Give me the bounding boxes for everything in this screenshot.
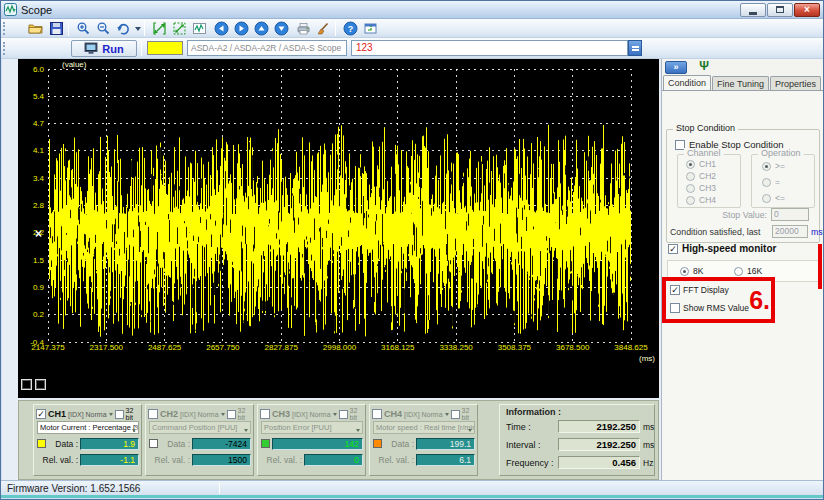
close-button[interactable]: × [794,3,820,17]
fft-display-checkbox[interactable]: ✓ [670,285,680,295]
undo-zoom-button[interactable] [113,20,133,37]
maximize-button[interactable] [767,3,793,17]
svg-text:?: ? [347,24,353,34]
y-tick-label: 4.7 [18,119,44,128]
help-icon: ? [343,21,358,36]
scroll-left-button[interactable] [211,20,231,37]
show-rms-checkbox[interactable] [670,303,680,313]
dropdown-icon [468,429,472,434]
help-button[interactable]: ? [340,20,360,37]
waveform-option-button[interactable] [189,20,209,37]
ch2-32bit-checkbox[interactable] [227,410,236,419]
interval-value: 2192.250 [558,438,640,451]
marker-1-checkbox[interactable] [21,379,32,390]
clear-button[interactable] [313,20,333,37]
ch4-mode-combo[interactable]: [IDX] Norma [404,411,443,418]
radio-ch3[interactable] [686,184,695,193]
x-tick-label: 2998.000 [313,343,367,352]
zoom-in-button[interactable] [73,20,93,37]
code-input[interactable]: 123 [351,40,628,56]
ch1-data-label: Data : [36,439,78,449]
scroll-right-button[interactable] [231,20,251,37]
scope-window: Scope × [0,0,824,500]
interval-unit: ms [643,440,654,450]
tab-fine-tuning[interactable]: Fine Tuning [712,76,769,91]
trigger-tool-button[interactable]: Ψ [696,59,712,74]
scroll-up-button[interactable] [251,20,271,37]
undo-zoom-dropdown-button[interactable] [132,20,143,37]
radio-eq[interactable] [762,178,771,187]
x-tick-label: 3508.375 [487,343,541,352]
radio-lte[interactable] [762,194,771,203]
dropdown-icon [244,429,248,434]
ch1-source-combo[interactable]: Motor Current : Percentage [% [37,421,139,434]
print-button[interactable] [293,20,313,37]
high-speed-monitor-checkbox[interactable]: ✓ [668,244,678,254]
toolbar-grip[interactable] [3,42,6,55]
printer-icon [296,21,311,36]
zoom-out-button[interactable] [93,20,113,37]
radio-ch2[interactable] [686,172,695,181]
tab-condition[interactable]: Condition [663,75,711,91]
ch3-color-swatch[interactable] [261,439,270,448]
status-separator [219,483,220,494]
run-button[interactable]: Run [71,40,137,57]
ch2-source-combo[interactable]: Command Position [PUU] [149,421,251,434]
toolbar-separator [68,21,69,36]
ch3-32bit-checkbox[interactable] [339,410,348,419]
condition-satisfied-input[interactable]: 20000 [772,225,808,238]
code-value: 123 [356,42,373,53]
export-window-button[interactable] [360,20,380,37]
x-tick-label: 3338.250 [429,343,483,352]
scroll-down-button[interactable] [271,20,291,37]
panel-expand-button[interactable]: » [665,61,687,74]
titlebar[interactable]: Scope × [1,1,823,19]
maximize-icon [776,6,784,13]
save-button[interactable] [46,20,66,37]
stop-value-input[interactable]: 0 [771,208,809,221]
ch1-mode-combo[interactable]: [IDX] Norma [68,411,107,418]
fit-vertical-button[interactable] [169,20,189,37]
information-panel: Information : Time : 2192.250 ms Interva… [499,404,655,476]
fit-horizontal-button[interactable] [149,20,169,37]
ch1-32bit-checkbox[interactable] [115,410,124,419]
radio-ch1[interactable] [686,160,695,169]
time-value: 2192.250 [558,420,640,433]
x-tick-label: 2317.500 [79,343,133,352]
dropdown-icon [132,429,136,434]
ch3-rel-label: Rel. val. : [260,455,302,465]
code-dropdown-button[interactable] [628,40,642,56]
app-icon [4,3,17,16]
ch4-enable-checkbox[interactable] [372,409,382,419]
ch3-mode-combo[interactable]: [IDX] Norma [292,411,331,418]
tab-properties[interactable]: Properties [770,76,821,91]
radio-16k[interactable] [734,267,743,276]
bottom-accent-line [1,495,823,498]
ch4-source-combo[interactable]: Motor speed : Real time [r/min [373,421,475,434]
client-area: (value) (ms) 6.05.44.74.13.42.82.21.50.9… [2,59,824,480]
toolbar-grip[interactable] [3,22,6,35]
ch1-enable-checkbox[interactable]: ✓ [36,409,46,419]
y-axis-unit-label: (value) [62,60,86,69]
x-axis-unit-label: (ms) [639,354,655,363]
marker-2-checkbox[interactable] [35,379,46,390]
ch2-mode-combo[interactable]: [IDX] Norma [180,411,219,418]
dropdown-icon [445,413,449,418]
save-icon [49,21,64,36]
ch1-32bit-label: 32 bit [126,407,140,421]
radio-8k[interactable] [680,267,689,276]
ch3-enable-checkbox[interactable] [260,409,270,419]
ch1-rel-value: -1.1 [80,454,139,466]
chevrons-icon: » [673,62,678,72]
ch3-source-combo[interactable]: Position Error [PUU] [261,421,363,434]
channel-color-swatch[interactable] [147,41,183,55]
ch4-32bit-checkbox[interactable] [451,410,460,419]
radio-ch4[interactable] [686,196,695,205]
minimize-button[interactable] [740,3,766,17]
radio-gte[interactable] [762,162,771,171]
cursor-marker[interactable]: × [35,227,42,241]
ch2-enable-checkbox[interactable] [148,409,158,419]
scope-type-combo[interactable]: ASDA-A2 / ASDA-A2R / ASDA-S Scope [187,40,347,56]
stop-condition-group: Stop Condition Enable Stop Condition Cha… [666,129,820,243]
open-button[interactable] [25,20,45,37]
